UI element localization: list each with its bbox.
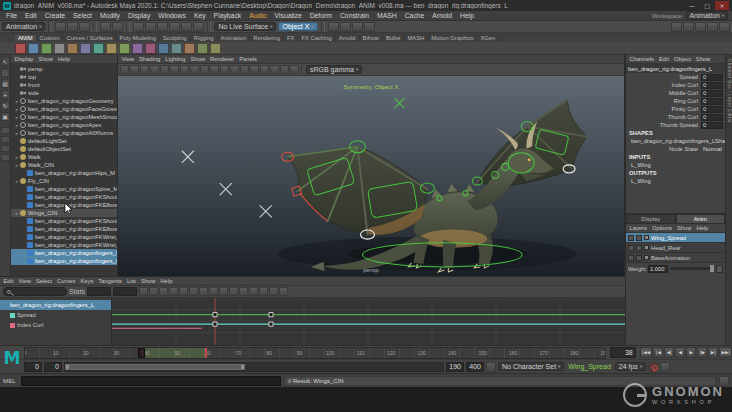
graph-toolbar-icon[interactable] [189,287,198,296]
shelf-icon[interactable] [93,43,104,54]
outliner-item[interactable]: ben_dragon_rig:dragonFKWrist_R [11,241,117,249]
status-icon[interactable] [112,22,123,32]
graph-toolbar-icon[interactable] [169,287,178,296]
anim-layer-row[interactable]: BaseAnimation [626,253,725,263]
panel-menu-item[interactable]: Renderer [208,56,237,62]
panel-menu-item[interactable]: Options [649,225,674,231]
graph-toolbar-icon[interactable] [239,287,248,296]
shelf-tab[interactable]: Curves / Surfaces [63,35,116,41]
channel-value-field[interactable]: 0 [701,98,723,105]
panel-menu-item[interactable]: Object [672,56,694,62]
panel-menu-item[interactable]: Show [188,56,208,62]
channel-row[interactable]: Ring Curl 0 [626,97,725,105]
panel-menu-item[interactable]: Show [138,278,158,284]
layer-solo-toggle[interactable] [636,255,642,261]
viewport-toolbar-icon[interactable] [210,65,219,74]
pole-vector-markers[interactable] [182,151,272,218]
outliner-item[interactable]: defaultLightSet [11,137,117,145]
graph-toolbar-icon[interactable] [219,287,228,296]
graph-toolbar-icon[interactable] [229,287,238,296]
outliner-item[interactable]: ▸ Fly_CIN [11,177,117,185]
menu-item[interactable]: Key [190,12,210,19]
panel-menu-item[interactable]: Channels [627,56,657,62]
layer-mute-toggle[interactable] [628,245,634,251]
channel-value-field[interactable]: 0 [701,90,723,97]
weight-key-button[interactable] [716,265,723,273]
outliner-item[interactable]: ben_dragon_rig:dragonfingers_R [11,249,117,257]
channel-box-tab[interactable]: Channel Box / Layer Editor [727,59,732,123]
command-language-label[interactable]: MEL [3,377,18,384]
channel-row[interactable]: Middle Curl 0 [626,89,725,97]
shelf-icon[interactable] [184,43,195,54]
shelf-icon[interactable] [15,43,26,54]
shelf-icon[interactable] [119,43,130,54]
menu-item[interactable]: Display [124,12,154,19]
anim-layer-row[interactable]: Wing_Spread [626,233,725,243]
menu-item[interactable]: Audio [245,12,270,19]
range-bar[interactable] [65,364,245,370]
channel-row[interactable]: Thumb Curl 0 [626,113,725,121]
graph-toolbar-icon[interactable] [199,287,208,296]
graph-search-input[interactable] [3,287,67,296]
layout-preset-button[interactable] [1,136,10,143]
render-icon[interactable] [328,22,339,32]
weight-slider[interactable] [670,267,714,270]
layer-color-chip[interactable] [644,255,649,260]
outliner-item[interactable]: ben_dragon_rig:dragonFKShoulder_L [11,193,117,201]
panel-menu-item[interactable]: Tangents [96,278,125,284]
shelf-tab[interactable]: FX Caching [298,35,335,41]
menu-item[interactable]: Visualize [271,12,306,19]
animation-preferences-icon[interactable] [660,362,670,372]
layer-solo-toggle[interactable] [636,235,642,241]
channel-value-field[interactable]: 0 [701,74,723,81]
playback-start-field[interactable]: 0 [44,362,62,372]
panel-menu-item[interactable]: View [16,278,33,284]
viewport-toolbar-icon[interactable] [130,65,139,74]
time-slider[interactable]: 0102030405060708090100110120130140150160… [24,347,606,359]
fps-dropdown[interactable]: 24 fps▾ [615,362,646,371]
viewport-toolbar-icon[interactable] [140,65,149,74]
playback-button[interactable]: ▶| [708,347,718,358]
viewport-toolbar-icon[interactable] [230,65,239,74]
shelf-tab[interactable]: XGen [477,35,499,41]
shelf-tab[interactable]: Poly Modeling [117,35,160,41]
sidebar-toggle-icon[interactable] [683,22,694,32]
live-surface-dropdown[interactable]: No Live Surface▾ [214,22,276,31]
playback-button[interactable]: |▶ [697,347,707,358]
close-button[interactable]: × [715,1,729,10]
shelf-tab[interactable]: ANIM [15,35,37,41]
minimize-button[interactable]: — [685,1,699,10]
outliner-item[interactable]: ▸ ben_dragon_rig:dragonApex [11,121,117,129]
menu-item[interactable]: MASH [373,12,401,19]
shelf-icon[interactable] [132,43,143,54]
viewport-toolbar-icon[interactable] [120,65,129,74]
menu-item[interactable]: Edit [21,12,41,19]
stats-frame-field[interactable] [87,287,111,296]
channel-row[interactable]: Pinky Curl 0 [626,105,725,113]
shelf-tab[interactable]: Custom [37,35,64,41]
layout-preset-button[interactable] [1,154,10,161]
layer-mute-toggle[interactable] [628,235,634,241]
graph-toolbar-icon[interactable] [149,287,158,296]
sidebar-toggle-icon[interactable] [671,22,682,32]
menu-item[interactable]: Modify [96,12,124,19]
sidebar-toggle-icon[interactable] [695,22,706,32]
shelf-tab[interactable]: MASH [404,35,428,41]
viewport-toolbar-icon[interactable] [200,65,209,74]
outliner-item[interactable]: ▸ ben_dragon_rig:dragonMeshSmooth [11,113,117,121]
viewport-toolbar-icon[interactable] [240,65,249,74]
layer-mute-toggle[interactable] [628,255,634,261]
outliner-item[interactable]: defaultObjectSet [11,145,117,153]
outliner-item[interactable]: ▸ ben_dragon_rig:dragonGeometry [11,97,117,105]
outliner-item[interactable]: ▸ ben_dragon_rig:dragonFaceGross [11,105,117,113]
viewport-toolbar-icon[interactable] [150,65,159,74]
menu-item[interactable]: Constrain [336,12,373,19]
menu-item[interactable]: Deform [306,12,336,19]
playback-button[interactable]: ▶ [686,347,696,358]
shelf-icon[interactable] [197,43,208,54]
shelf-tab[interactable]: Motion Graphics [428,35,477,41]
panel-menu-item[interactable]: View [119,56,136,62]
shelf-icon[interactable] [54,43,65,54]
shelf-icon[interactable] [106,43,117,54]
channel-row[interactable]: Node State Normal [626,145,725,153]
